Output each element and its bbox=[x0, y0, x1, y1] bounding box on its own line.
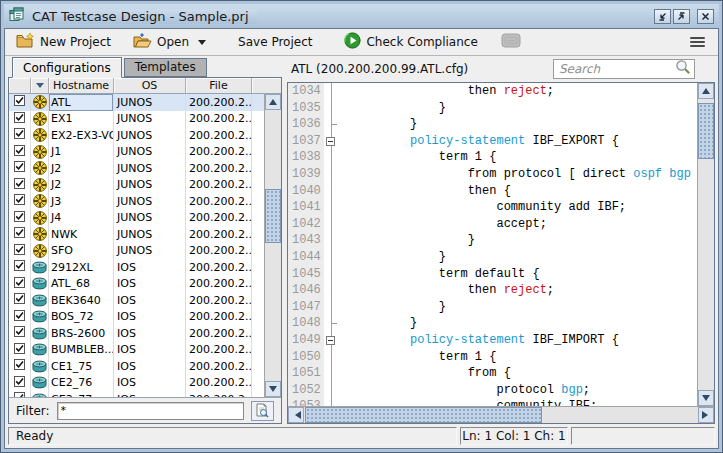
table-row[interactable]: J1JUNOS200.200.2... bbox=[9, 144, 281, 161]
table-row[interactable]: J4JUNOS200.200.2... bbox=[9, 210, 281, 227]
row-checkbox[interactable] bbox=[9, 160, 31, 177]
maximize-button[interactable] bbox=[673, 9, 690, 24]
code-line[interactable]: 1044 } bbox=[288, 249, 697, 266]
cell-file[interactable]: 200.200.2... bbox=[186, 342, 252, 359]
cell-hostname[interactable]: J2 bbox=[49, 160, 114, 177]
cell-os[interactable]: JUNOS bbox=[114, 94, 186, 111]
fold-collapse-icon[interactable] bbox=[326, 137, 335, 146]
code-line[interactable]: 1042 accept; bbox=[288, 216, 697, 233]
code-line[interactable]: 1043 } bbox=[288, 232, 697, 249]
minimize-button[interactable] bbox=[654, 9, 671, 24]
cell-file[interactable]: 200.200.2... bbox=[186, 391, 252, 397]
row-checkbox[interactable] bbox=[9, 243, 31, 260]
table-row[interactable]: CE3_77IOS200.200.2... bbox=[9, 391, 281, 397]
scroll-down-button[interactable] bbox=[698, 390, 714, 406]
table-row[interactable]: J2JUNOS200.200.2... bbox=[9, 177, 281, 194]
code-line[interactable]: 1036 } bbox=[288, 116, 697, 133]
row-checkbox[interactable] bbox=[9, 276, 31, 293]
table-row[interactable]: EX1JUNOS200.200.2... bbox=[9, 111, 281, 128]
code-line[interactable]: 1049 policy-statement IBF_IMPORT { bbox=[288, 332, 697, 349]
code-line[interactable]: 1037 policy-statement IBF_EXPORT { bbox=[288, 133, 697, 150]
row-checkbox[interactable] bbox=[9, 391, 31, 397]
cell-file[interactable]: 200.200.2... bbox=[186, 160, 252, 177]
table-row[interactable]: CE1_75IOS200.200.2... bbox=[9, 358, 281, 375]
cell-hostname[interactable]: CE2_76 bbox=[49, 375, 114, 392]
cell-os[interactable]: JUNOS bbox=[114, 243, 186, 260]
table-row[interactable]: J2JUNOS200.200.2... bbox=[9, 160, 281, 177]
cell-os[interactable]: IOS bbox=[114, 391, 186, 397]
title-bar[interactable]: CAT Testcase Design - Sample.prj bbox=[4, 4, 719, 28]
open-button[interactable]: Open bbox=[128, 31, 211, 54]
cell-hostname[interactable]: J2 bbox=[49, 177, 114, 194]
row-checkbox[interactable] bbox=[9, 94, 31, 111]
table-row[interactable]: BRS-2600IOS200.200.2... bbox=[9, 325, 281, 342]
cell-hostname[interactable]: J3 bbox=[49, 193, 114, 210]
row-checkbox[interactable] bbox=[9, 358, 31, 375]
code-line[interactable]: 1051 from { bbox=[288, 365, 697, 382]
cell-hostname[interactable]: BRS-2600 bbox=[49, 325, 114, 342]
cell-file[interactable]: 200.200.2... bbox=[186, 177, 252, 194]
cell-hostname[interactable]: EX1 bbox=[49, 111, 114, 128]
row-checkbox[interactable] bbox=[9, 127, 31, 144]
table-row[interactable]: BUMBLEB...IOS200.200.2... bbox=[9, 342, 281, 359]
cell-hostname[interactable]: EX2-EX3-VC bbox=[49, 127, 114, 144]
cell-os[interactable]: IOS bbox=[114, 358, 186, 375]
new-project-button[interactable]: New Project bbox=[11, 30, 116, 54]
table-row[interactable]: CE2_76IOS200.200.2... bbox=[9, 375, 281, 392]
code-line[interactable]: 1046 then reject; bbox=[288, 282, 697, 299]
row-checkbox[interactable] bbox=[9, 259, 31, 276]
row-checkbox[interactable] bbox=[9, 292, 31, 309]
cell-file[interactable]: 200.200.2... bbox=[186, 226, 252, 243]
code-line[interactable]: 1034 then reject; bbox=[288, 83, 697, 100]
code-line[interactable]: 1038 term 1 { bbox=[288, 149, 697, 166]
save-project-button[interactable]: Save Project bbox=[233, 33, 317, 51]
code-line[interactable]: 1040 then { bbox=[288, 183, 697, 200]
row-checkbox[interactable] bbox=[9, 210, 31, 227]
table-vertical-scrollbar[interactable] bbox=[264, 94, 281, 397]
scroll-thumb[interactable] bbox=[305, 407, 542, 423]
cell-os[interactable]: JUNOS bbox=[114, 210, 186, 227]
cell-hostname[interactable]: SFO bbox=[49, 243, 114, 260]
header-select-column[interactable] bbox=[9, 78, 31, 93]
code-line[interactable]: 1050 term 1 { bbox=[288, 349, 697, 366]
cell-os[interactable]: JUNOS bbox=[114, 177, 186, 194]
editor-vertical-scrollbar[interactable] bbox=[697, 83, 714, 406]
code-area[interactable]: 1034 then reject;1035 }1036 }1037 policy… bbox=[288, 83, 697, 406]
code-line[interactable]: 1041 community add IBF; bbox=[288, 199, 697, 216]
cell-file[interactable]: 200.200.2... bbox=[186, 144, 252, 161]
row-checkbox[interactable] bbox=[9, 177, 31, 194]
filter-search-button[interactable] bbox=[251, 401, 274, 421]
cell-hostname[interactable]: 2912XL bbox=[49, 259, 114, 276]
cell-os[interactable]: JUNOS bbox=[114, 226, 186, 243]
cell-file[interactable]: 200.200.2... bbox=[186, 94, 252, 111]
row-checkbox[interactable] bbox=[9, 144, 31, 161]
code-line[interactable]: 1053 community IBF; bbox=[288, 398, 697, 406]
editor-horizontal-scrollbar[interactable] bbox=[288, 406, 714, 423]
close-button[interactable] bbox=[697, 9, 714, 24]
code-line[interactable]: 1052 protocol bgp; bbox=[288, 382, 697, 399]
scroll-thumb[interactable] bbox=[265, 189, 281, 243]
cell-hostname[interactable]: J4 bbox=[49, 210, 114, 227]
row-checkbox[interactable] bbox=[9, 325, 31, 342]
header-file[interactable]: File bbox=[186, 78, 252, 93]
table-row[interactable]: NWKJUNOS200.200.2... bbox=[9, 226, 281, 243]
menu-icon[interactable] bbox=[687, 34, 708, 50]
cell-hostname[interactable]: CE1_75 bbox=[49, 358, 114, 375]
table-row[interactable]: EX2-EX3-VCJUNOS200.200.2... bbox=[9, 127, 281, 144]
cell-file[interactable]: 200.200.2... bbox=[186, 309, 252, 326]
scroll-up-button[interactable] bbox=[698, 83, 714, 99]
code-line[interactable]: 1047 } bbox=[288, 299, 697, 316]
cell-os[interactable]: IOS bbox=[114, 309, 186, 326]
table-row[interactable]: BEK3640IOS200.200.2... bbox=[9, 292, 281, 309]
cell-os[interactable]: IOS bbox=[114, 375, 186, 392]
check-compliance-button[interactable]: Check Compliance bbox=[339, 30, 482, 54]
cell-hostname[interactable]: CE3_77 bbox=[49, 391, 114, 397]
tab-templates[interactable]: Templates bbox=[124, 58, 207, 77]
cell-os[interactable]: IOS bbox=[114, 342, 186, 359]
cell-file[interactable]: 200.200.2... bbox=[186, 375, 252, 392]
cell-hostname[interactable]: ATL_68 bbox=[49, 276, 114, 293]
cell-hostname[interactable]: BOS_72 bbox=[49, 309, 114, 326]
cell-file[interactable]: 200.200.2... bbox=[186, 325, 252, 342]
cell-os[interactable]: IOS bbox=[114, 259, 186, 276]
code-line[interactable]: 1035 } bbox=[288, 100, 697, 117]
